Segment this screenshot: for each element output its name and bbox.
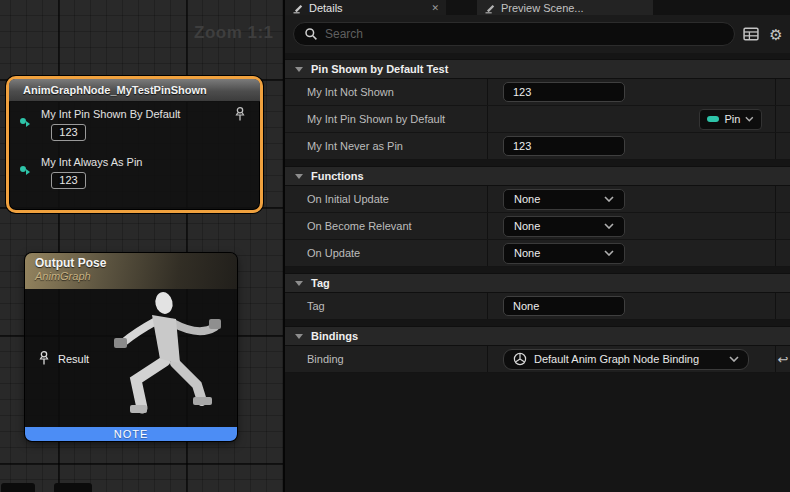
property-label: On Initial Update: [285, 186, 488, 212]
row-extra: [775, 293, 790, 319]
my-int-never-as-pin-input[interactable]: [503, 136, 625, 156]
property-label: Binding: [285, 346, 488, 372]
tab-details[interactable]: Details ✕: [285, 0, 446, 15]
my-int-not-shown-input[interactable]: [503, 82, 625, 102]
gear-icon: ⚙: [769, 27, 782, 42]
property-row: On Initial Update None: [285, 186, 790, 213]
output-pose-body: Result: [25, 289, 237, 427]
property-list: Pin Shown by Default Test My Int Not Sho…: [285, 53, 790, 492]
details-panel: Details ✕ Preview Scene... ⚙: [285, 0, 790, 492]
pushpin-icon[interactable]: [233, 107, 247, 127]
unreal-editor-window: Zoom 1:1 AnimGraphNode_MyTestPinShown My…: [0, 0, 790, 492]
output-pose-header[interactable]: Output Pose AnimGraph: [25, 253, 237, 289]
tab-label: Preview Scene...: [501, 2, 584, 14]
offscreen-node: [1, 483, 35, 492]
result-pin[interactable]: Result: [37, 351, 89, 367]
offscreen-node: [54, 483, 92, 492]
note-badge[interactable]: NOTE: [25, 427, 237, 441]
on-initial-update-dropdown[interactable]: None: [503, 189, 625, 210]
output-pose-subtitle: AnimGraph: [35, 270, 237, 282]
row-extra: ↩: [775, 346, 790, 372]
close-icon[interactable]: ✕: [431, 3, 439, 13]
on-become-relevant-dropdown[interactable]: None: [503, 216, 625, 237]
row-extra: [775, 133, 790, 159]
chevron-down-icon: [604, 196, 614, 202]
property-row: My Int Not Shown: [285, 79, 790, 106]
tab-label: Details: [309, 2, 343, 14]
pin-value-box[interactable]: 123: [51, 172, 86, 189]
property-label: My Int Never as Pin: [285, 133, 488, 159]
output-pose-title: Output Pose: [35, 256, 237, 270]
grid-view-icon: [743, 27, 759, 41]
pin-pill-icon: [707, 116, 719, 122]
row-extra: [775, 186, 790, 212]
anim-graph-node-selected[interactable]: AnimGraphNode_MyTestPinShown My Int Pin …: [6, 76, 263, 213]
chevron-down-icon: [745, 116, 754, 122]
preview-scene-icon: [484, 2, 496, 14]
binding-dropdown[interactable]: Default Anim Graph Node Binding: [503, 349, 749, 370]
pin-label: My Int Pin Shown By Default: [41, 108, 180, 120]
chevron-down-icon: [295, 281, 303, 286]
category-functions[interactable]: Functions: [285, 166, 790, 186]
pin-value-box[interactable]: 123: [51, 124, 86, 141]
category-pin-shown-by-default-test[interactable]: Pin Shown by Default Test: [285, 59, 790, 79]
property-row: My Int Never as Pin: [285, 133, 790, 160]
search-icon: [304, 27, 318, 41]
property-row: Binding Default Anim Graph Node Binding …: [285, 346, 790, 373]
settings-button[interactable]: ⚙: [767, 25, 785, 43]
pin-label: My Int Always As Pin: [41, 156, 142, 168]
tag-input[interactable]: [503, 296, 625, 316]
chevron-down-icon: [604, 223, 614, 229]
pin-visibility-dropdown[interactable]: Pin: [699, 109, 762, 130]
property-label: My Int Not Shown: [285, 79, 488, 105]
tab-preview-scene[interactable]: Preview Scene...: [477, 0, 653, 15]
panel-tab-bar: Details ✕ Preview Scene...: [285, 0, 790, 15]
result-pin-label: Result: [58, 353, 89, 365]
on-update-dropdown[interactable]: None: [503, 243, 625, 264]
property-label: Tag: [285, 293, 488, 319]
property-row: On Update None: [285, 240, 790, 267]
search-input[interactable]: [325, 27, 724, 41]
binding-sphere-icon: [513, 352, 527, 366]
chevron-down-icon: [295, 174, 303, 179]
anim-graph-canvas[interactable]: Zoom 1:1 AnimGraphNode_MyTestPinShown My…: [0, 0, 285, 492]
row-extra: [775, 213, 790, 239]
details-toolbar: ⚙: [285, 15, 790, 53]
chevron-down-icon: [604, 250, 614, 256]
pose-pin-icon: [37, 351, 51, 367]
category-tag[interactable]: Tag: [285, 273, 790, 293]
property-label: On Update: [285, 240, 488, 266]
row-extra: [775, 240, 790, 266]
property-label: My Int Pin Shown by Default: [285, 106, 488, 132]
details-icon: [292, 2, 304, 14]
node-title-bar[interactable]: AnimGraphNode_MyTestPinShown: [9, 79, 260, 102]
display-filter-button[interactable]: [742, 25, 760, 43]
property-row: On Become Relevant None: [285, 213, 790, 240]
property-label: On Become Relevant: [285, 213, 488, 239]
chevron-down-icon: [729, 356, 739, 362]
row-extra: [775, 79, 790, 105]
property-row: Tag: [285, 293, 790, 320]
zoom-level-indicator: Zoom 1:1: [194, 23, 274, 43]
category-bindings[interactable]: Bindings: [285, 326, 790, 346]
int-input-pin[interactable]: [20, 118, 26, 124]
row-extra: [775, 106, 790, 132]
property-row: My Int Pin Shown by Default Pin: [285, 106, 790, 133]
search-box[interactable]: [293, 22, 735, 46]
int-input-pin[interactable]: [20, 166, 26, 172]
chevron-down-icon: [295, 334, 303, 339]
chevron-down-icon: [295, 67, 303, 72]
output-pose-node[interactable]: Output Pose AnimGraph: [25, 253, 237, 441]
reset-to-default-icon[interactable]: ↩: [778, 353, 789, 366]
